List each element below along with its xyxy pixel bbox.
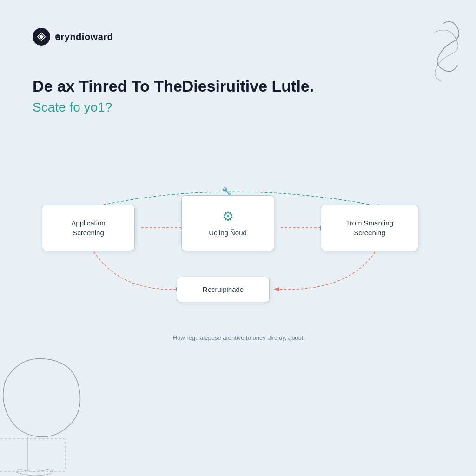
gear-icon: ⚙: [222, 209, 234, 224]
trom-box: Trom SmantingScreening: [321, 205, 418, 251]
deco-top-right: [388, 14, 462, 88]
deco-bottom-left: [0, 346, 112, 476]
heading-main: De ax Tinred To TheDiesiruitive Lutle.: [33, 77, 314, 96]
logo-text: əryndioward: [55, 31, 113, 42]
recru-label: Recruipinade: [203, 284, 244, 294]
ucling-box: ⚙ Ucling Ñoud: [181, 195, 274, 251]
svg-rect-3: [0, 439, 65, 471]
logo-area: əryndioward: [33, 28, 113, 46]
trom-label: Trom SmantingScreening: [346, 218, 393, 238]
logo-icon: [33, 28, 50, 46]
app-screening-label: ApplicationScreening: [71, 218, 105, 238]
heading-sub: Scate fo yo1?: [33, 99, 314, 115]
app-screening-box: ApplicationScreening: [42, 205, 135, 251]
diagram-area: 🔧 ApplicationScreening ⚙ Ucling Ñoud Tro…: [23, 181, 453, 339]
ucling-label: Ucling Ñoud: [209, 228, 247, 238]
heading-area: De ax Tinred To TheDiesiruitive Lutle. S…: [33, 77, 314, 115]
bottom-caption: How reguialepuse arentive to oney direlo…: [173, 334, 304, 341]
recru-box: Recruipinade: [177, 277, 270, 302]
svg-marker-1: [39, 34, 44, 39]
